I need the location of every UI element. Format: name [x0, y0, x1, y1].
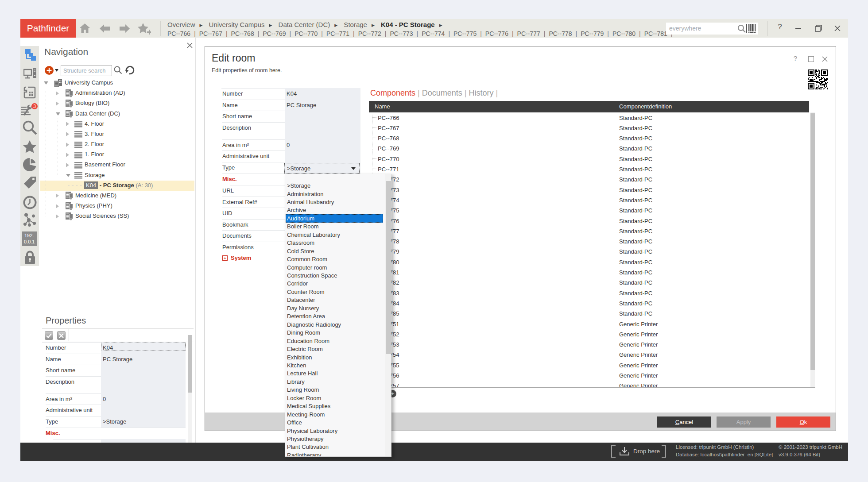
svg-text:3: 3 — [33, 104, 36, 109]
svg-text:192.: 192. — [24, 233, 34, 238]
svg-text:0.0.1: 0.0.1 — [24, 239, 35, 244]
